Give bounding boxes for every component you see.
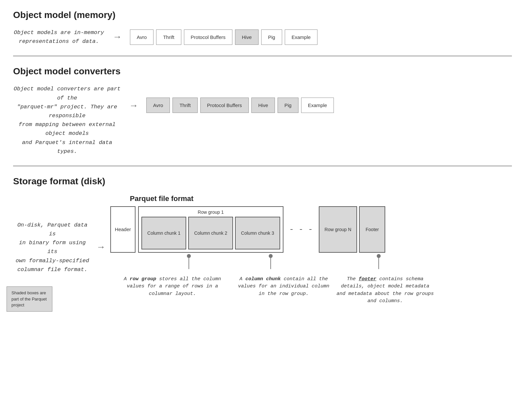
box-hive-2: Hive [251, 98, 275, 113]
box-avro-1: Avro [130, 29, 154, 45]
section2-arrow: → [131, 101, 136, 111]
section2-title: Object model converters [13, 66, 512, 77]
section3-arrow: → [98, 242, 104, 252]
box-hive-1: Hive [235, 29, 259, 45]
right-boxes: Row group N Footer [319, 206, 386, 253]
section3-title: Storage format (disk) [13, 176, 512, 187]
section1-title: Object model (memory) [13, 10, 512, 20]
box-pig-2: Pig [278, 98, 299, 113]
column-chunk-1: Column chunk 1 [141, 217, 186, 249]
column-chunk-2: Column chunk 2 [188, 217, 233, 249]
box-avro-2: Avro [146, 98, 170, 113]
parquet-format-title: Parquet file format [130, 194, 193, 203]
box-protocol-buffers-2: Protocol Buffers [200, 98, 249, 113]
header-box: Header [110, 206, 136, 253]
annotation-footer: The footer contains schema details, obje… [333, 276, 438, 305]
section1-row: Object models are in-memory representati… [13, 28, 512, 46]
row-group-1-inner: Column chunk 1 Column chunk 2 Column chu… [141, 217, 280, 249]
legend-box: Shaded boxes are part of the Parquet pro… [7, 286, 52, 312]
divider-2 [13, 166, 512, 166]
footer-box: Footer [359, 206, 385, 253]
legend-text: Shaded boxes are part of the Parquet pro… [11, 290, 47, 307]
diagram-row: Header Row group 1 Column chunk 1 Column… [110, 206, 385, 253]
section2-box-group: Avro Thrift Protocol Buffers Hive Pig Ex… [146, 98, 334, 113]
box-example-1: Example [285, 29, 317, 45]
annotation-row-group: A row group stores all the column values… [110, 276, 235, 298]
section2-row: Object model converters are part of the"… [13, 84, 512, 156]
box-thrift-1: Thrift [156, 29, 181, 45]
section1-box-group: Avro Thrift Protocol Buffers Hive Pig Ex… [130, 29, 317, 45]
section1-arrow: → [115, 32, 120, 42]
section-storage-format: Storage format (disk) On-disk, Parquet d… [13, 176, 512, 305]
section-object-model-memory: Object model (memory) Object models are … [13, 10, 512, 46]
box-protocol-buffers-1: Protocol Buffers [184, 29, 232, 45]
row-group-n-box: Row group N [319, 206, 357, 253]
page: Object model (memory) Object models are … [0, 0, 525, 318]
section3-description: On-disk, Parquet data isin binary form u… [13, 221, 92, 274]
section1-description: Object models are in-memory representati… [13, 28, 105, 46]
section2-description: Object model converters are part of the"… [13, 84, 121, 156]
section-object-model-converters: Object model converters Object model con… [13, 66, 512, 156]
storage-content: On-disk, Parquet data isin binary form u… [13, 194, 512, 305]
box-pig-1: Pig [261, 29, 282, 45]
parquet-format-container: Parquet file format Header Row group 1 C… [110, 194, 438, 305]
connectors-svg [110, 253, 438, 272]
row-group-1-outer: Row group 1 Column chunk 1 Column chunk … [138, 206, 283, 253]
annotation-column-chunk: A column chunk contain all the values fo… [235, 276, 333, 298]
column-chunk-3: Column chunk 3 [235, 217, 280, 249]
box-example-2: Example [301, 98, 334, 113]
dots: - - - [286, 225, 316, 234]
box-thrift-2: Thrift [172, 98, 197, 113]
annotations: A row group stores all the column values… [110, 276, 438, 305]
divider-1 [13, 56, 512, 56]
row-group-1-label: Row group 1 [141, 210, 280, 215]
